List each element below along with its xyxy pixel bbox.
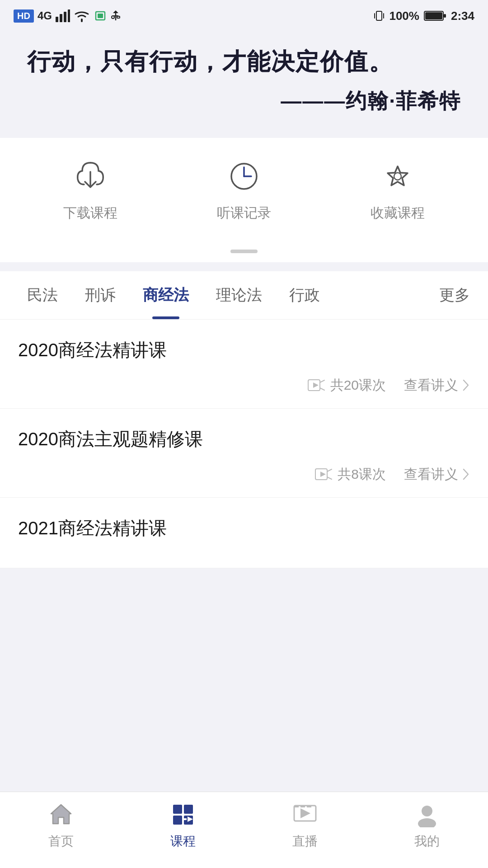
status-bar: HD 4G 100% — [0, 0, 488, 32]
nav-home[interactable]: 首页 — [47, 801, 75, 850]
chip-icon — [94, 9, 107, 22]
svg-marker-24 — [313, 382, 319, 388]
battery-icon — [424, 10, 446, 22]
quote-line1: 行动，只有行动，才能决定价值。 — [27, 45, 461, 78]
svg-line-29 — [327, 469, 332, 472]
course-list: 2020商经法精讲课 共20课次 查看讲义 2020商法主观题精修课 — [0, 320, 488, 568]
course-meta-2: 共8课次 查看讲义 — [18, 465, 470, 484]
course-title-3: 2021商经法精讲课 — [18, 516, 470, 541]
category-tabs: 民法 刑诉 商经法 理论法 行政 更多 — [0, 271, 488, 320]
svg-rect-11 — [117, 16, 120, 18]
svg-point-22 — [394, 173, 401, 180]
chevron-right-icon-2 — [462, 467, 470, 481]
svg-marker-28 — [320, 472, 326, 477]
bottom-nav: 首页 课程 直播 — [0, 792, 488, 868]
svg-rect-2 — [64, 12, 66, 22]
svg-line-26 — [320, 388, 324, 390]
usb-icon — [111, 9, 121, 22]
download-action[interactable]: 下载课程 — [63, 156, 117, 222]
svg-marker-39 — [300, 808, 310, 818]
status-right: 100% 2:34 — [374, 9, 474, 23]
mine-icon — [413, 801, 441, 828]
home-icon — [47, 801, 75, 828]
svg-rect-3 — [68, 9, 70, 22]
svg-rect-0 — [56, 17, 58, 22]
download-label: 下载课程 — [63, 204, 117, 222]
course-title-1: 2020商经法精讲课 — [18, 338, 470, 363]
live-icon — [291, 801, 319, 828]
svg-rect-16 — [425, 12, 442, 19]
favorite-action[interactable]: 收藏课程 — [371, 156, 425, 222]
history-action[interactable]: 听课记录 — [217, 156, 271, 222]
hd-badge: HD — [14, 9, 34, 23]
vibrate-icon — [374, 9, 385, 23]
courses-icon — [169, 801, 197, 828]
signal-icon — [56, 9, 70, 22]
course-item-1: 2020商经法精讲课 共20课次 查看讲义 — [0, 320, 488, 409]
svg-rect-33 — [184, 805, 193, 814]
course-link-2[interactable]: 查看讲义 — [404, 465, 470, 484]
video-icon-1 — [308, 379, 325, 392]
svg-rect-42 — [307, 806, 311, 807]
scroll-indicator — [0, 245, 488, 262]
svg-rect-5 — [98, 14, 103, 18]
video-icon-2 — [315, 468, 332, 481]
course-meta-1: 共20课次 查看讲义 — [18, 376, 470, 395]
nav-home-label: 首页 — [48, 833, 74, 850]
time-display: 2:34 — [451, 9, 474, 23]
svg-rect-34 — [173, 816, 182, 825]
nav-mine-label: 我的 — [414, 833, 440, 850]
favorite-icon — [377, 156, 418, 197]
network-icon: 4G — [38, 9, 52, 22]
course-count-2: 共8课次 — [315, 465, 386, 484]
nav-live[interactable]: 直播 — [291, 801, 319, 850]
svg-marker-31 — [51, 805, 71, 824]
tab-minfa[interactable]: 民法 — [14, 271, 71, 319]
course-item-2: 2020商法主观题精修课 共8课次 查看讲义 — [0, 409, 488, 498]
course-link-1[interactable]: 查看讲义 — [404, 376, 470, 395]
quick-actions: 下载课程 听课记录 收藏课程 — [0, 138, 488, 245]
svg-line-30 — [327, 477, 332, 479]
nav-courses[interactable]: 课程 — [169, 801, 197, 850]
scroll-dot — [230, 250, 258, 253]
status-left: HD 4G — [14, 9, 121, 23]
tab-more[interactable]: 更多 — [435, 271, 474, 319]
svg-marker-7 — [113, 10, 118, 13]
course-count-1: 共20课次 — [308, 376, 386, 395]
battery-text: 100% — [389, 9, 419, 23]
tab-shangjingfa[interactable]: 商经法 — [129, 271, 202, 319]
svg-line-25 — [320, 380, 324, 382]
nav-mine[interactable]: 我的 — [413, 801, 441, 850]
section-gap — [0, 262, 488, 271]
svg-point-44 — [418, 818, 436, 827]
history-icon — [224, 156, 264, 197]
nav-live-label: 直播 — [292, 833, 318, 850]
quote-line2: ———约翰·菲希特 — [27, 87, 461, 115]
download-icon — [70, 156, 111, 197]
svg-point-9 — [112, 16, 114, 19]
history-label: 听课记录 — [217, 204, 271, 222]
svg-rect-41 — [300, 806, 305, 807]
svg-rect-1 — [60, 14, 62, 22]
wifi-icon — [74, 9, 90, 22]
tab-lilunfa[interactable]: 理论法 — [202, 271, 276, 319]
svg-rect-17 — [444, 14, 446, 18]
course-item-3: 2021商经法精讲课 — [0, 498, 488, 568]
svg-rect-40 — [294, 806, 299, 807]
chevron-right-icon-1 — [462, 378, 470, 392]
course-title-2: 2020商法主观题精修课 — [18, 427, 470, 452]
favorite-label: 收藏课程 — [371, 204, 425, 222]
header-banner: 行动，只有行动，才能决定价值。 ———约翰·菲希特 — [0, 32, 488, 138]
tab-xingsu[interactable]: 刑诉 — [71, 271, 129, 319]
svg-rect-32 — [173, 805, 182, 814]
svg-rect-12 — [376, 11, 382, 20]
svg-rect-37 — [184, 818, 187, 820]
nav-courses-label: 课程 — [170, 833, 196, 850]
tab-xingzheng[interactable]: 行政 — [276, 271, 333, 319]
svg-point-43 — [422, 806, 432, 816]
